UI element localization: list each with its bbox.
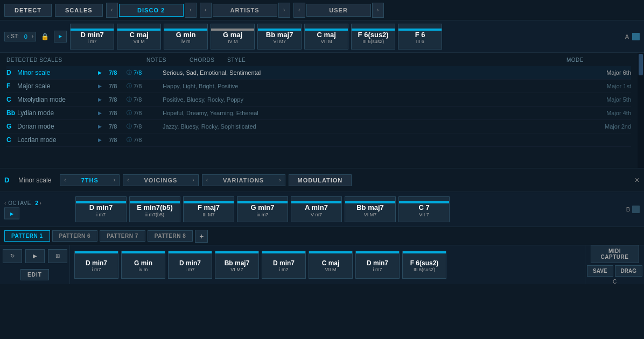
octave-row: ‹ OCTAVE: 2 › xyxy=(4,200,41,206)
section-a-label: A xyxy=(625,33,629,40)
pattern-buttons: PATTERN 1PATTERN 6PATTERN 7PATTERN 8 xyxy=(4,230,193,242)
bottom-chord-2[interactable]: D min7i m7 xyxy=(168,251,212,279)
section-a-chord-4[interactable]: Bb maj7VI M7 xyxy=(257,24,302,50)
sevenths-label[interactable]: 7THS xyxy=(71,175,109,186)
octave-value: 2 xyxy=(35,200,38,206)
bottom-chord-7[interactable]: F 6(sus2)III 6(sus2) xyxy=(402,251,446,279)
section-a-chord-2[interactable]: G miniv m xyxy=(164,24,208,50)
section-a-chord-5[interactable]: C majVII M xyxy=(304,24,348,50)
section-a-chords: D min7i m7C majVII MG miniv mG majIV MBb… xyxy=(70,24,622,50)
section-b-right: B xyxy=(626,206,640,213)
section-b-chord-4[interactable]: A min7V m7 xyxy=(291,196,342,222)
bottom-right: MIDI CAPTURE SAVE DRAG C xyxy=(585,245,644,284)
col-header-mode: MODE xyxy=(566,57,631,63)
scale-row-5[interactable]: CLocrian mode▶7/8ⓘ7/8 xyxy=(6,133,631,147)
section-a-chord-7[interactable]: F 6III 6 xyxy=(398,24,442,50)
voicings-prev[interactable]: ‹ xyxy=(123,175,132,185)
scrollbar[interactable] xyxy=(638,53,644,168)
disco2-label[interactable]: DISCO 2 xyxy=(119,4,184,17)
pattern-btn-0[interactable]: PATTERN 1 xyxy=(4,230,50,242)
octave-prev[interactable]: ‹ xyxy=(4,200,6,206)
grid-button[interactable]: ⊞ xyxy=(48,249,67,263)
sevenths-next[interactable]: › xyxy=(110,175,119,185)
sevenths-scale-name: Minor scale xyxy=(18,176,51,184)
section-b-indicator xyxy=(632,206,640,213)
section-b-chord-1[interactable]: E min7(b5)ii m7(b5) xyxy=(129,196,180,222)
bottom-chord-4[interactable]: D min7i m7 xyxy=(262,251,306,279)
sevenths-note: D xyxy=(4,176,13,184)
sevenths-tab: ‹ 7THS › xyxy=(60,174,120,186)
voicings-next[interactable]: › xyxy=(188,175,198,185)
add-pattern-button[interactable]: + xyxy=(195,230,208,243)
bottom-chord-6[interactable]: D min7i m7 xyxy=(355,251,400,279)
st-next-arrow[interactable]: › xyxy=(32,33,33,39)
st-prev-arrow[interactable]: ‹ xyxy=(7,33,9,39)
scale-row-1[interactable]: FMajor scale▶7/8ⓘ7/8Happy, Light, Bright… xyxy=(6,80,631,93)
disco2-next[interactable]: › xyxy=(185,3,197,18)
variations-prev[interactable]: ‹ xyxy=(202,175,212,185)
variations-next[interactable]: › xyxy=(275,175,284,185)
octave-control: ‹ OCTAVE: 2 › ▶ xyxy=(4,200,41,220)
scale-row-0[interactable]: DMinor scale▶7/8ⓘ7/8Serious, Sad, Emotio… xyxy=(6,66,631,80)
close-button[interactable]: ✕ xyxy=(634,176,640,184)
bottom-chord-3[interactable]: Bb maj7VI M7 xyxy=(215,251,259,279)
drag-button[interactable]: DRAG xyxy=(615,265,642,277)
modulation-button[interactable]: MODULATION xyxy=(289,174,352,186)
artists-label[interactable]: ARTISTS xyxy=(213,4,277,17)
st-label: ST: xyxy=(11,33,18,39)
user-nav: ‹ USER › xyxy=(293,3,384,18)
midi-capture-button[interactable]: MIDI CAPTURE xyxy=(591,245,639,263)
st-input[interactable]: 0 xyxy=(21,33,31,40)
section-b-chord-2[interactable]: F maj7III M7 xyxy=(183,196,234,222)
section-a-chord-1[interactable]: C majVII M xyxy=(117,24,161,50)
section-b-chord-5[interactable]: Bb maj7VI M7 xyxy=(345,196,396,222)
col-header-scale: DETECTED SCALES xyxy=(6,57,125,63)
user-prev[interactable]: ‹ xyxy=(293,3,305,18)
voicings-label[interactable]: VOICINGS xyxy=(134,175,188,186)
scales-panel: DETECTED SCALES NOTES CHORDS STYLE MODE … xyxy=(0,53,638,168)
section-a-chord-0[interactable]: D min7i m7 xyxy=(70,24,114,50)
scales-button[interactable]: SCALES xyxy=(55,4,103,17)
disco2-prev[interactable]: ‹ xyxy=(106,3,118,18)
octave-next[interactable]: › xyxy=(39,200,41,206)
variations-tab: ‹ VARIATIONS › xyxy=(202,174,285,186)
section-a-play[interactable]: ▶ xyxy=(54,31,67,43)
artists-next[interactable]: › xyxy=(278,3,290,18)
save-button[interactable]: SAVE xyxy=(587,265,613,277)
st-control[interactable]: ‹ ST: 0 › xyxy=(4,32,36,41)
section-c-label: C xyxy=(613,279,617,285)
repeat-button[interactable]: ↻ xyxy=(3,249,22,263)
section-b-chords: D min7i m7E min7(b5)ii m7(b5)F maj7III M… xyxy=(75,196,450,222)
sevenths-tabs: ‹ 7THS › ‹ VOICINGS › ‹ VARIATIONS › MOD… xyxy=(60,174,352,186)
pattern-btn-1[interactable]: PATTERN 6 xyxy=(52,230,98,242)
pattern-btn-2[interactable]: PATTERN 7 xyxy=(100,230,145,242)
disco2-nav: ‹ DISCO 2 › xyxy=(106,3,197,18)
bottom-chord-1[interactable]: G miniv m xyxy=(121,251,165,279)
edit-button[interactable]: EDIT xyxy=(20,269,49,280)
main-area: DETECTED SCALES NOTES CHORDS STYLE MODE … xyxy=(0,53,644,168)
col-header-style: STYLE xyxy=(227,57,566,63)
artists-prev[interactable]: ‹ xyxy=(200,3,212,18)
section-b-play[interactable]: ▶ xyxy=(4,208,19,220)
scale-row-3[interactable]: BbLydian mode▶7/8ⓘ7/8Hopeful, Dreamy, Ye… xyxy=(6,107,631,120)
save-drag-row: SAVE DRAG xyxy=(587,265,642,277)
scales-header: DETECTED SCALES NOTES CHORDS STYLE MODE xyxy=(6,57,631,63)
detect-button[interactable]: DETECT xyxy=(4,4,52,17)
lock-icon[interactable]: 🔒 xyxy=(41,33,49,40)
bottom-chord-5[interactable]: C majVII M xyxy=(309,251,353,279)
sevenths-prev[interactable]: ‹ xyxy=(60,175,69,185)
section-a-chord-6[interactable]: F 6(sus2)III 6(sus2) xyxy=(351,24,395,50)
variations-label[interactable]: VARIATIONS xyxy=(212,175,275,186)
bottom-chord-cards: D min7i m7G miniv mD min7i m7Bb maj7VI M… xyxy=(74,251,446,279)
pattern-btn-3[interactable]: PATTERN 8 xyxy=(148,230,193,242)
section-b-chord-3[interactable]: G min7iv m7 xyxy=(237,196,288,222)
bottom-chord-0[interactable]: D min7i m7 xyxy=(74,251,118,279)
user-next[interactable]: › xyxy=(372,3,384,18)
scale-row-2[interactable]: CMixolydian mode▶7/8ⓘ7/8Positive, Bluesy… xyxy=(6,93,631,107)
scale-row-4[interactable]: GDorian mode▶7/8ⓘ7/8Jazzy, Bluesy, Rocky… xyxy=(6,120,631,133)
user-label[interactable]: USER xyxy=(306,4,371,17)
section-b-chord-6[interactable]: C 7VII 7 xyxy=(398,196,450,222)
section-a-chord-3[interactable]: G majIV M xyxy=(211,24,255,50)
play-button[interactable]: ▶ xyxy=(25,249,45,263)
section-b-chord-0[interactable]: D min7i m7 xyxy=(75,196,127,222)
